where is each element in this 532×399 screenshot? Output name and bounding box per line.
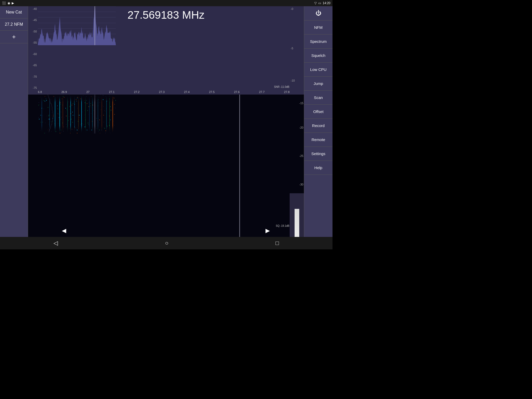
low-cpu-button[interactable]: Low CPU xyxy=(304,63,332,77)
y-label-55: -55 xyxy=(28,41,38,44)
x-label-272: 27.2 xyxy=(134,90,139,94)
offset-button[interactable]: Offset xyxy=(304,105,332,119)
remote-button[interactable]: Remote xyxy=(304,133,332,147)
y-label-65: -65 xyxy=(28,64,38,67)
y-label-60: -60 xyxy=(28,52,38,56)
x-label-270: 27 xyxy=(86,90,89,94)
sq-label: SQ -19.1dB xyxy=(276,224,289,227)
wf-y-25: -25 xyxy=(299,154,303,157)
x-label-271: 27.1 xyxy=(109,90,115,94)
help-button[interactable]: Help xyxy=(304,161,332,175)
back-button[interactable]: ◁ xyxy=(48,238,63,249)
x-label-277: 27.7 xyxy=(259,90,264,94)
y-label-70: -70 xyxy=(28,75,38,78)
screen-record-icon: ⬛ xyxy=(2,1,6,5)
clock: 14:20 xyxy=(323,1,330,5)
spectrum-button[interactable]: Spectrum xyxy=(304,35,332,49)
x-label-269: 26.9 xyxy=(61,90,67,94)
battery-icon: ▭ xyxy=(318,1,321,5)
signal-meter xyxy=(290,193,304,237)
record-button[interactable]: Record xyxy=(304,119,332,133)
x-label-276: 27.6 xyxy=(234,90,240,94)
signal-bar xyxy=(295,209,299,237)
y-label-50: -50 xyxy=(28,30,38,33)
left-sidebar: New Cat 27.2 NFM + xyxy=(0,6,28,237)
wifi-signal-icon: ▽ xyxy=(314,1,317,5)
x-label-273: 27.3 xyxy=(159,90,164,94)
x-label-268: 6.8 xyxy=(38,90,42,94)
nfm-button[interactable]: NFM xyxy=(304,21,332,35)
wf-y-30: -30 xyxy=(299,183,303,186)
y-label-right-5: -5 xyxy=(290,47,304,50)
spectrum-canvas[interactable] xyxy=(38,6,116,45)
waterfall-canvas[interactable] xyxy=(38,95,116,134)
tuner-line xyxy=(239,95,240,237)
scan-button[interactable]: Scan xyxy=(304,91,332,105)
wf-y-15: -15 xyxy=(299,102,303,105)
y-axis-left: -40 -45 -50 -55 -60 -65 -70 -75 xyxy=(28,6,38,95)
wf-y-20: -20 xyxy=(299,126,303,129)
x-axis: 6.8 26.9 27 27.1 27.2 27.3 27.4 27.5 27.… xyxy=(38,89,290,95)
x-label-274: 27.4 xyxy=(184,90,189,94)
status-bar: ⬛ ◉ ▶ ▽ ▭ 14:20 xyxy=(0,0,332,6)
waterfall-area[interactable]: SQ -19.1dB -15 -20 -25 -30 -35 xyxy=(28,95,304,237)
jump-button[interactable]: Jump xyxy=(304,77,332,91)
y-label-75: -75 xyxy=(28,86,38,89)
power-button[interactable]: ⏻ xyxy=(304,6,332,21)
wifi-icon: ◉ xyxy=(8,1,10,5)
main-layout: New Cat 27.2 NFM + 27.569183 MHz -40 -45… xyxy=(0,6,332,237)
status-right-info: ▽ ▭ 14:20 xyxy=(314,1,330,5)
snr-label: SNR -11.0dB xyxy=(274,85,289,88)
squelch-button[interactable]: Squelch xyxy=(304,49,332,63)
add-button[interactable]: + xyxy=(0,31,28,43)
y-label-40: -40 xyxy=(28,7,38,10)
x-label-278: 27.8 xyxy=(284,90,290,94)
y-label-45: -45 xyxy=(28,18,38,22)
recent-button[interactable]: □ xyxy=(270,238,284,249)
right-arrow-button[interactable]: ▶ xyxy=(260,224,275,237)
center-content: 27.569183 MHz -40 -45 -50 -55 -60 -65 -7… xyxy=(28,6,304,237)
x-label-275: 27.5 xyxy=(209,90,215,94)
y-axis-right: -0 -5 -10 xyxy=(290,6,304,95)
y-label-right-10: -10 xyxy=(290,79,304,82)
y-label-right-0: -0 xyxy=(290,7,304,10)
frequency-mode-button[interactable]: 27.2 NFM xyxy=(0,18,28,31)
home-button[interactable]: ○ xyxy=(160,238,174,249)
spectrum-area[interactable]: -40 -45 -50 -55 -60 -65 -70 -75 -0 -5 xyxy=(28,6,304,95)
status-left-icons: ⬛ ◉ ▶ xyxy=(2,1,14,5)
bottom-nav: ◁ ○ □ xyxy=(0,237,332,249)
settings-button[interactable]: Settings xyxy=(304,147,332,161)
right-sidebar: ⏻ NFM Spectrum Squelch Low CPU Jump Scan… xyxy=(304,6,332,237)
category-button[interactable]: New Cat xyxy=(0,6,28,18)
play-icon: ▶ xyxy=(12,1,14,5)
left-arrow-button[interactable]: ◀ xyxy=(56,224,72,237)
